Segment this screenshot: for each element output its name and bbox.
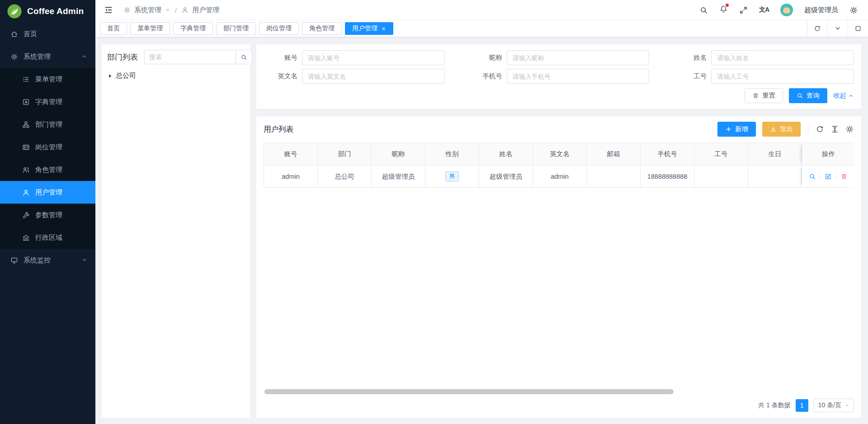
avatar[interactable] <box>780 4 793 16</box>
tabs-more-button[interactable] <box>827 20 848 37</box>
content-maximize-button[interactable] <box>848 20 868 37</box>
column-header-phone: 手机号 <box>641 143 694 165</box>
search-form-actions: 重置 查询 收起 <box>264 88 854 103</box>
tab-dept-mgmt[interactable]: 部门管理 <box>216 22 256 35</box>
fullscreen-icon[interactable] <box>739 6 748 14</box>
english-name-input[interactable] <box>302 69 445 84</box>
tab-role-mgmt[interactable]: 角色管理 <box>302 22 342 35</box>
sidebar-item-home[interactable]: 首页 <box>0 23 95 45</box>
dictionary-icon <box>22 98 30 106</box>
table-title: 用户列表 <box>264 124 293 134</box>
tab-post-mgmt[interactable]: 岗位管理 <box>259 22 299 35</box>
app-root: Coffee Admin 首页 系统管理 菜单管理 字典管理 <box>0 0 868 424</box>
phone-field: 手机号 <box>468 69 650 84</box>
delete-icon[interactable] <box>840 173 848 180</box>
tab-user-mgmt[interactable]: 用户管理 <box>345 22 393 35</box>
notification-bell-button[interactable] <box>719 5 728 15</box>
main-column: 账号 昵称 姓名 英文名 <box>256 44 861 418</box>
chevron-up-icon <box>848 93 854 99</box>
column-header-english-name: 英文名 <box>533 143 587 165</box>
settings-gear-icon[interactable] <box>849 6 858 14</box>
sidebar-menu: 首页 系统管理 菜单管理 字典管理 部门管理 <box>0 23 95 272</box>
job-number-input[interactable] <box>711 69 854 84</box>
column-settings-gear-icon[interactable] <box>845 125 854 133</box>
nickname-input[interactable] <box>507 50 650 65</box>
sidebar-group-system-management[interactable]: 系统管理 <box>0 45 95 68</box>
page-tabs: 首页 菜单管理 字典管理 部门管理 岗位管理 角色管理 用户管理 <box>95 20 807 37</box>
tab-menu-mgmt[interactable]: 菜单管理 <box>130 22 170 35</box>
cell-dept: 总公司 <box>318 166 372 187</box>
page-number-button[interactable]: 1 <box>796 399 808 412</box>
reset-button[interactable]: 重置 <box>745 88 783 103</box>
export-button[interactable]: 导出 <box>762 122 801 137</box>
current-user-name[interactable]: 超级管理员 <box>804 6 838 14</box>
sidebar-group-system-monitor[interactable]: 系统监控 <box>0 249 95 272</box>
query-button[interactable]: 查询 <box>789 88 827 103</box>
sidebar-submenu-system: 菜单管理 字典管理 部门管理 岗位管理 角色管理 <box>0 68 95 249</box>
tab-home[interactable]: 首页 <box>100 22 127 35</box>
column-header-actions: 操作 <box>802 143 854 165</box>
sidebar-item-admin-region[interactable]: 行政区域 <box>0 226 95 249</box>
sidebar-item-role-mgmt[interactable]: 角色管理 <box>0 158 95 181</box>
page-size-select[interactable]: 10 条/页 <box>813 399 854 412</box>
page-tab-bar: 首页 菜单管理 字典管理 部门管理 岗位管理 角色管理 用户管理 <box>95 20 868 37</box>
pagination: 共 1 条数据 1 10 条/页 <box>264 397 854 413</box>
chevron-up-icon <box>81 53 87 61</box>
account-input[interactable] <box>302 50 445 65</box>
cell-birthday <box>748 166 802 187</box>
english-name-field: 英文名 <box>264 69 445 84</box>
phone-input[interactable] <box>507 69 650 84</box>
add-user-button[interactable]: 新增 <box>717 122 756 137</box>
department-search-button[interactable] <box>236 50 252 64</box>
department-search-input[interactable] <box>144 50 236 64</box>
plus-icon <box>725 126 732 133</box>
horizontal-scrollbar-thumb[interactable] <box>264 389 674 394</box>
bank-icon <box>22 234 30 242</box>
breadcrumb-level1[interactable]: 系统管理 <box>134 6 161 14</box>
roles-icon <box>22 166 30 174</box>
sidebar-item-param-mgmt[interactable]: 参数管理 <box>0 204 95 226</box>
app-logo[interactable]: Coffee Admin <box>0 0 95 23</box>
org-chart-icon <box>22 121 30 129</box>
sidebar-item-dept-mgmt[interactable]: 部门管理 <box>0 113 95 136</box>
cell-name: 超级管理员 <box>479 166 533 187</box>
sidebar-item-post-mgmt[interactable]: 岗位管理 <box>0 136 95 158</box>
column-header-gender: 性别 <box>425 143 479 165</box>
collapse-filters-link[interactable]: 收起 <box>833 91 854 100</box>
department-tree-node-root[interactable]: 总公司 <box>107 71 245 80</box>
search-icon <box>241 54 247 61</box>
topbar-actions: 文A 超级管理员 <box>699 4 858 16</box>
caret-right-icon[interactable] <box>109 74 112 78</box>
user-icon <box>181 6 189 14</box>
cell-gender: 男 <box>425 166 479 187</box>
refresh-icon[interactable] <box>816 125 824 133</box>
app-title: Coffee Admin <box>27 6 84 16</box>
horizontal-scrollbar <box>264 389 854 394</box>
search-icon[interactable] <box>699 6 708 14</box>
close-icon[interactable] <box>381 26 386 31</box>
menu-fold-icon[interactable] <box>104 5 113 15</box>
chevron-down-icon <box>834 25 841 32</box>
column-header-birthday: 生日 <box>748 143 802 165</box>
translate-icon[interactable]: 文A <box>759 6 769 14</box>
column-header-nickname: 昵称 <box>372 143 425 165</box>
sidebar-item-user-mgmt[interactable]: 用户管理 <box>0 181 95 204</box>
name-input[interactable] <box>711 50 854 65</box>
department-tree-node-label: 总公司 <box>116 71 136 80</box>
sidebar-item-dict-mgmt[interactable]: 字典管理 <box>0 91 95 113</box>
chevron-down-icon[interactable] <box>165 7 170 13</box>
tabs-refresh-button[interactable] <box>807 20 827 37</box>
row-height-icon[interactable] <box>830 125 839 133</box>
action-divider <box>836 174 836 180</box>
user-list-card: 用户列表 新增 导出 <box>256 116 861 418</box>
cell-actions <box>802 166 854 187</box>
toolbar-divider <box>808 125 808 133</box>
edit-icon[interactable] <box>825 173 832 180</box>
download-icon <box>770 126 777 133</box>
table-row[interactable]: admin 总公司 超级管理员 男 超级管理员 admin 1888888888… <box>264 166 854 188</box>
column-header-email: 邮箱 <box>587 143 641 165</box>
sidebar-item-menu-mgmt[interactable]: 菜单管理 <box>0 68 95 91</box>
maximize-icon <box>854 25 862 32</box>
view-detail-icon[interactable] <box>809 173 816 180</box>
tab-dict-mgmt[interactable]: 字典管理 <box>173 22 213 35</box>
